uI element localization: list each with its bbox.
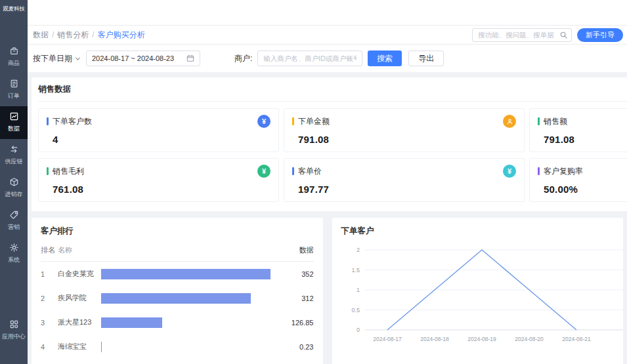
sidebar-item-app-center[interactable]: 应用中心 <box>0 314 28 347</box>
export-button[interactable]: 导出 <box>408 51 444 66</box>
stat-card: 下单金额791.08 <box>284 108 525 152</box>
sidebar-item-label: 供应链 <box>5 157 23 166</box>
customer-name: 疾风学院 <box>58 293 101 303</box>
stat-accent <box>47 117 49 125</box>
breadcrumb-item[interactable]: 数据 <box>33 30 49 41</box>
ranking-column-header: 数据 <box>277 245 314 255</box>
svg-text:2: 2 <box>356 247 359 253</box>
merchant-search-input[interactable] <box>257 51 362 66</box>
chevron-down-icon <box>75 56 81 62</box>
stat-accent <box>292 167 294 175</box>
rank-bar <box>101 317 162 328</box>
sales-data-card: 销售数据 下单客户数¥4下单金额791.08销售额¥791.08销售毛利¥761… <box>32 77 627 211</box>
svg-text:0.5: 0.5 <box>351 307 360 313</box>
stat-accent <box>538 117 540 125</box>
guide-button[interactable]: 新手引导 <box>577 28 623 42</box>
sidebar-item-label: 订单 <box>8 92 20 100</box>
customer-ranking-card: 客户排行 排名名称数据 1白金史莱克3522疾风学院3123派大星123126.… <box>32 218 323 364</box>
sales-section-title: 销售数据 <box>38 84 627 102</box>
rank-value: 126.85 <box>277 319 314 327</box>
ranking-header-spacer <box>101 245 277 255</box>
search-button[interactable]: 搜索 <box>368 51 402 66</box>
rank-value: 312 <box>277 294 314 302</box>
sidebar-item-label: 商品 <box>8 59 20 68</box>
rank-value: 352 <box>277 270 314 278</box>
rank-number: 4 <box>41 343 58 351</box>
main-area: 数据/销售分析/客户购买分析 新手引导 按下单日期 2024-08-17 ~ 2… <box>28 0 627 364</box>
date-type-label: 按下单日期 <box>33 53 72 64</box>
breadcrumb: 数据/销售分析/客户购买分析 <box>33 30 145 41</box>
header-right-group: 新手引导 <box>472 26 623 44</box>
marketing-icon <box>9 210 19 221</box>
merchant-label: 商户: <box>234 53 252 64</box>
stat-accent <box>292 117 294 125</box>
sidebar-item-label: 数据 <box>8 125 20 133</box>
stat-card: 客户复购率↻50.00% <box>529 158 627 202</box>
svg-text:1: 1 <box>356 287 359 293</box>
stat-title: 下单客户数 <box>53 116 92 127</box>
stat-card: 销售额¥791.08 <box>529 108 627 152</box>
sidebar-item-marketing[interactable]: 营销 <box>0 205 28 237</box>
customer-name: 海绵宝宝 <box>58 342 101 352</box>
stat-accent <box>538 167 540 175</box>
user-icon <box>503 115 516 128</box>
wallet-icon: ¥ <box>257 165 270 178</box>
rank-bar-track <box>101 269 277 279</box>
date-type-select[interactable]: 按下单日期 <box>33 53 81 64</box>
stat-value: 791.08 <box>298 134 516 145</box>
breadcrumb-item[interactable]: 销售分析 <box>57 30 89 41</box>
stat-value: 4 <box>53 134 270 145</box>
svg-text:2024-08-17: 2024-08-17 <box>373 336 402 342</box>
stat-title: 下单金额 <box>298 116 330 127</box>
breadcrumb-item: 客户购买分析 <box>98 30 145 41</box>
ranking-row: 4海绵宝宝0.23 <box>41 334 314 359</box>
orders-icon <box>9 79 19 90</box>
sidebar-item-goods[interactable]: 商品 <box>0 41 28 73</box>
rank-number: 1 <box>41 270 58 278</box>
svg-text:2024-08-20: 2024-08-20 <box>515 336 544 342</box>
top-strip <box>28 0 627 25</box>
page: 观麦科技 商品订单数据供应链进销存营销系统 应用中心 数据/销售分析/客户购买分… <box>0 0 627 364</box>
app-center-icon <box>9 319 19 331</box>
stat-card: 下单客户数¥4 <box>38 108 279 152</box>
inventory-icon <box>9 177 19 188</box>
stat-accent <box>47 167 49 175</box>
sidebar-item-data[interactable]: 数据 <box>0 106 28 139</box>
orders-chart-card: 下单客户 00.511.522024-08-172024-08-182024-0… <box>332 218 624 364</box>
ranking-row: 3派大星123126.85 <box>41 310 314 334</box>
sidebar-item-inventory[interactable]: 进销存 <box>0 172 28 205</box>
rank-bar <box>101 269 270 279</box>
ranking-title: 客户排行 <box>41 226 314 237</box>
stat-title: 客户复购率 <box>544 166 583 177</box>
date-range-input[interactable]: 2024-08-17 ~ 2024-08-23 <box>86 51 200 66</box>
system-icon <box>9 243 19 254</box>
sidebar-item-label: 系统 <box>8 256 20 264</box>
global-search-input[interactable] <box>472 28 572 42</box>
ranking-row: 1白金史莱克352 <box>41 262 314 286</box>
stat-value: 197.77 <box>298 184 516 195</box>
supply-chain-icon <box>9 144 19 155</box>
sidebar-item-system[interactable]: 系统 <box>0 237 28 270</box>
bottom-row: 客户排行 排名名称数据 1白金史莱克3522疾风学院3123派大星123126.… <box>32 218 623 364</box>
ranking-row: 2疾风学院312 <box>41 286 314 310</box>
sidebar-item-label: 应用中心 <box>2 333 26 341</box>
stat-title: 客单价 <box>298 166 322 177</box>
stat-title: 销售额 <box>544 116 567 127</box>
chart-title: 下单客户 <box>341 226 615 237</box>
app-logo: 观麦科技 <box>0 0 28 16</box>
svg-text:2024-08-18: 2024-08-18 <box>420 336 449 342</box>
customer-name: 白金史莱克 <box>58 269 101 279</box>
rank-number: 3 <box>41 319 58 327</box>
rank-bar-track <box>101 293 277 304</box>
stat-card: 销售毛利¥761.08 <box>38 158 279 202</box>
calendar-icon <box>186 54 194 62</box>
rank-value: 0.23 <box>277 343 314 351</box>
rank-bar-track <box>101 342 277 352</box>
stat-title: 销售毛利 <box>53 166 84 177</box>
sidebar-nav: 商品订单数据供应链进销存营销系统 <box>0 41 28 270</box>
ranking-column-header: 名称 <box>58 245 101 255</box>
sidebar-item-orders[interactable]: 订单 <box>0 73 28 106</box>
svg-text:2024-08-21: 2024-08-21 <box>562 336 591 342</box>
search-icon[interactable] <box>559 31 568 39</box>
sidebar-item-supply-chain[interactable]: 供应链 <box>0 139 28 172</box>
